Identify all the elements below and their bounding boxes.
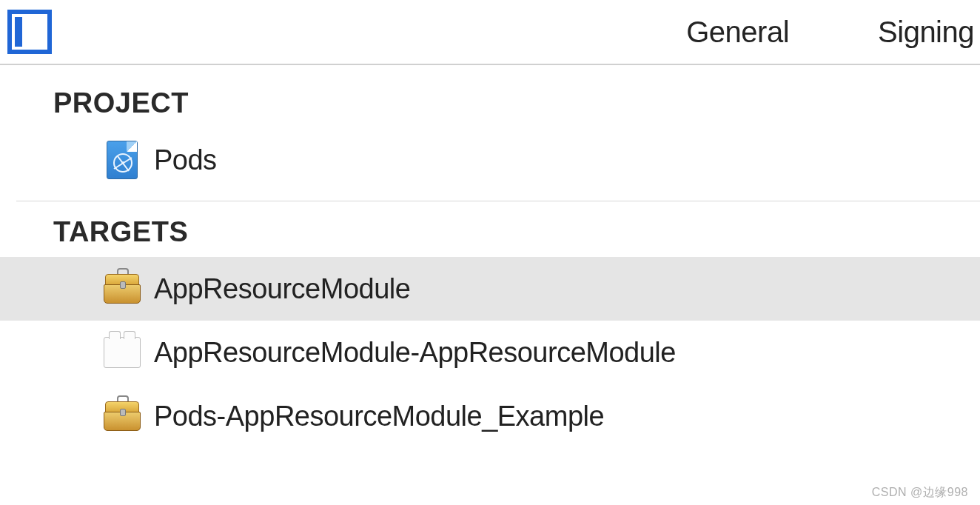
target-name: Pods-AppResourceModule_Example: [154, 401, 604, 432]
project-row-pods[interactable]: Pods: [0, 128, 980, 192]
editor-header: General Signing: [0, 0, 980, 65]
project-name: Pods: [154, 144, 217, 176]
bundle-target-icon: [104, 334, 141, 371]
target-name: AppResourceModule-AppResourceModule: [154, 337, 676, 369]
section-header-targets: TARGETS: [0, 207, 980, 257]
target-row-pods-example[interactable]: Pods-AppResourceModule_Example: [0, 384, 980, 448]
framework-target-icon: [104, 270, 141, 307]
tab-general[interactable]: General: [686, 16, 789, 49]
sidebar-toggle-icon[interactable]: [7, 10, 52, 54]
tab-signing[interactable]: Signing: [878, 16, 974, 49]
target-name: AppResourceModule: [154, 273, 410, 305]
project-outline: PROJECT Pods TARGETS AppResourceModule A…: [0, 65, 980, 448]
target-row-appresourcemodule-bundle[interactable]: AppResourceModule-AppResourceModule: [0, 321, 980, 384]
xcodeproj-icon: [104, 141, 141, 178]
svg-point-1: [121, 161, 124, 164]
editor-tabs: General Signing: [686, 16, 980, 49]
section-divider: [16, 201, 980, 201]
section-header-project: PROJECT: [0, 78, 980, 128]
target-row-appresourcemodule[interactable]: AppResourceModule: [0, 257, 980, 321]
framework-target-icon: [104, 398, 141, 435]
watermark: CSDN @边缘998: [872, 485, 968, 501]
